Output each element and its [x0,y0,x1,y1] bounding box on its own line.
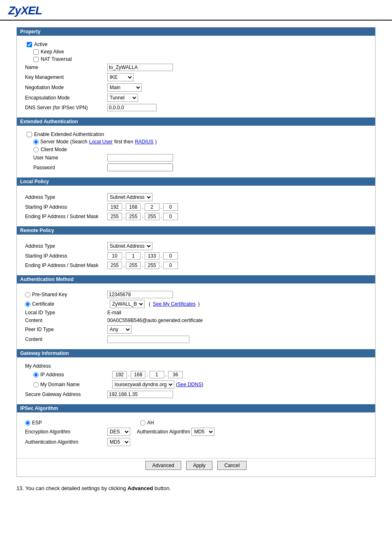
remote-end-ip-1[interactable] [107,262,122,269]
keep-alive-label: Keep Alive [41,49,64,55]
enable-ext-auth-checkbox[interactable] [27,132,32,137]
server-mode-end: ) [155,139,157,145]
local-start-ip-3[interactable] [145,203,159,211]
local-start-ip-1[interactable] [107,203,122,211]
remote-address-type-select[interactable]: Subnet Address Single Address Address Ra… [107,242,152,250]
server-mode-radio[interactable] [33,139,39,145]
negotiation-mode-select[interactable]: Main Aggressive [107,83,142,92]
remote-end-ip-4[interactable] [163,262,178,269]
remote-ending-ip-group: . . . [107,262,178,269]
dns-server-input[interactable] [107,104,157,111]
peer-content-label: Content [25,336,107,342]
pre-shared-key-radio[interactable] [25,292,30,297]
ipsec-algo-section-header: IPSec Algorithm [17,404,375,412]
auth-algo-inline-select[interactable]: MD5 SHA1 [191,428,214,436]
local-start-ip-2[interactable] [126,203,141,211]
nat-traversal-checkbox[interactable] [33,57,39,62]
name-row: Name [25,64,367,71]
esp-radio[interactable] [25,420,30,426]
my-ip-4[interactable] [168,371,183,378]
radius-link[interactable]: RADIUS [135,139,153,145]
see-ddns-link[interactable]: See DDNS [178,382,202,387]
my-ip-3[interactable] [150,371,164,378]
local-end-ip-4[interactable] [163,213,178,220]
local-address-type-label: Address Type [25,194,107,200]
my-domain-select[interactable]: louisezywall.dyndns.org [112,380,174,389]
remote-end-sep-2: . [141,263,143,268]
footer-text: 13. You can check detailed settings by c… [16,485,376,491]
enable-ext-auth-label: Enable Extended Authentication [34,131,104,137]
active-checkbox[interactable] [27,42,32,47]
remote-end-ip-2[interactable] [126,262,141,269]
local-end-ip-3[interactable] [145,213,159,220]
remote-start-ip-1[interactable] [107,252,122,260]
certificate-select[interactable]: ZyWALL_B ZyWALL_A [110,300,145,308]
name-input[interactable] [107,64,173,71]
user-name-input[interactable] [107,154,173,161]
local-user-link[interactable]: Local User [89,139,113,145]
remote-policy-section-body: Address Type Subnet Address Single Addre… [17,238,375,275]
my-domain-radio[interactable] [33,382,39,387]
active-label: Active [34,41,48,47]
enable-ext-auth-row: Enable Extended Authentication [25,131,367,137]
remote-address-type-label: Address Type [25,243,107,249]
my-ip-2[interactable] [131,371,145,378]
certificate-radio[interactable] [25,302,30,307]
password-input[interactable] [107,164,173,171]
ipsec-algo-section-body: ESP AH Encryption Algorithm DES 3DES AES… [17,416,375,452]
server-mode-note: (Search [70,139,88,145]
peer-id-type-row: Peer ID Type Any IP DNS E-mail [25,325,367,334]
peer-id-type-select[interactable]: Any IP DNS E-mail [107,325,131,334]
auth-method-section-header: Authentication Method [17,275,375,283]
nat-traversal-label: NAT Traversal [41,56,72,62]
see-my-cert-link[interactable]: See My Certificates [153,301,196,307]
footer-text-after: button. [153,485,171,491]
local-ending-ip-group: . . . [107,213,178,220]
auth-algo-select[interactable]: MD5 SHA1 [107,438,130,446]
remote-start-ip-4[interactable] [163,252,178,260]
remote-starting-ip-label: Starting IP Address [25,253,107,259]
local-id-type-value: E-mail [107,310,121,315]
ext-auth-section-header: Extended Authentication [17,117,375,126]
pre-shared-key-row: Pre-Shared Key [25,291,367,298]
local-starting-ip-label: Starting IP Address [25,204,107,210]
property-section-body: Active Keep Alive NAT Traversal Name Key… [17,39,375,117]
peer-content-input[interactable] [107,336,189,343]
apply-button[interactable]: Apply [186,461,212,470]
client-mode-label: Client Mode [41,147,67,152]
remote-ending-ip-label: Ending IP Address / Subnet Mask [25,263,107,268]
local-policy-section-header: Local Policy [17,177,375,186]
local-end-ip-2[interactable] [126,213,141,220]
page-header: ZyXEL [0,0,392,21]
remote-start-ip-2[interactable] [126,252,141,260]
key-management-select[interactable]: IKE Manual [107,73,134,81]
gateway-info-section-body: My Address IP Address . . . My Domain Na… [17,361,375,404]
advanced-button[interactable]: Advanced [145,461,181,470]
cancel-button[interactable]: Cancel [217,461,247,470]
ah-radio[interactable] [140,420,145,426]
remote-end-ip-3[interactable] [145,262,159,269]
dns-server-row: DNS Server (for IPSec VPN) [25,104,367,111]
negotiation-mode-label: Negotiation Mode [25,85,107,90]
my-domain-radio-label: My Domain Name [40,382,80,387]
property-section-header: Property [17,28,375,36]
my-ip-sep-2: . [146,372,148,378]
encapsulation-mode-row: Encapsulation Mode Tunnel Transport [25,94,367,102]
remote-start-ip-3[interactable] [145,252,159,260]
local-address-type-row: Address Type Subnet Address Single Addre… [25,193,367,201]
encryption-algo-select[interactable]: DES 3DES AES [107,428,130,436]
my-ip-1[interactable] [112,371,127,378]
secure-gateway-input[interactable] [107,391,173,398]
encapsulation-mode-select[interactable]: Tunnel Transport [107,94,138,102]
local-end-ip-1[interactable] [107,213,122,220]
auth-content-row: Content 00A0C559B546@auto.generated.cert… [25,318,367,323]
pre-shared-key-input[interactable] [107,291,173,298]
ip-address-radio[interactable] [33,372,39,378]
client-mode-radio[interactable] [33,147,39,152]
local-address-type-select[interactable]: Subnet Address Single Address Address Ra… [107,193,152,201]
local-start-ip-4[interactable] [163,203,178,211]
ah-label: AH [147,420,154,426]
keep-alive-checkbox[interactable] [33,49,39,55]
remote-ending-ip-row: Ending IP Address / Subnet Mask . . . [25,262,367,269]
server-mode-row: Server Mode (Search Local User first the… [25,139,367,145]
